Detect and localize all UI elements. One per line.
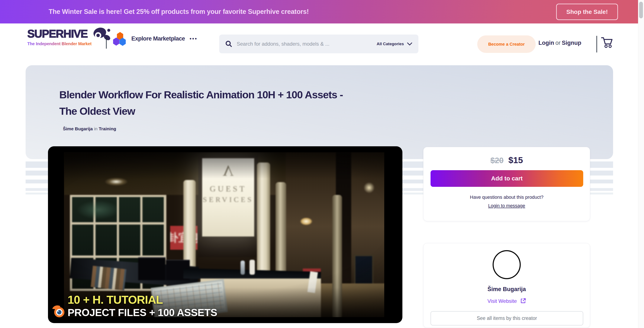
scrollbar-track[interactable] [638,0,644,328]
product-title: Blender Workflow For Realistic Animation… [59,86,432,120]
scrollbar-thumb[interactable] [639,2,643,18]
login-to-message-link[interactable]: Login to message [424,203,590,208]
cart-button[interactable] [600,36,614,50]
product-video-thumbnail[interactable]: 卦宜身 V GUEST SERVICES [48,146,402,323]
shop-the-sale-button[interactable]: Shop the Sale! [556,4,618,20]
become-a-creator-button[interactable]: Become a Creator [477,36,536,53]
marketplace-hexagons-icon [112,32,127,45]
purchase-card: $20 $15 Add to cart Have questions about… [423,147,590,221]
blender-logo-icon [52,304,66,318]
product-byline: Šime Bugarija in Training [63,126,116,131]
price-row: $20 $15 [424,155,590,165]
explore-marketplace-menu[interactable]: Explore Marketplace ••• [112,32,198,45]
logo-tagline: The Independent Blender Market [27,41,92,46]
lobby-render-scene: 卦宜身 V GUEST SERVICES [64,152,384,317]
cart-icon [600,36,614,48]
more-menu-dots[interactable]: ••• [190,36,198,42]
explore-marketplace-label: Explore Marketplace [131,36,185,42]
site-header: SUPERHIVE The Independent Blender Market… [0,24,644,65]
auth-links: LoginorSignup [538,40,581,46]
see-all-items-button[interactable]: See all items by this creator [430,311,583,326]
product-title-line1: Blender Workflow For Realistic Animation… [59,86,432,103]
creator-link[interactable]: Šime Bugarija [63,126,93,131]
caption-line1: 10 + H. TUTORIAL [68,294,217,306]
add-to-cart-button[interactable]: Add to cart [430,170,583,187]
login-link[interactable]: Login [538,40,554,46]
caption-line2: PROJECT FILES + 100 ASSETS [68,308,217,318]
superhive-product-page: The Winter Sale is here! Get 25% off pro… [0,0,644,328]
current-price: $15 [508,155,523,165]
category-link[interactable]: Training [99,126,116,131]
search-input[interactable] [237,41,376,47]
product-question-text: Have questions about this product? [424,194,590,200]
signup-link[interactable]: Signup [562,40,581,46]
promo-banner-message: The Winter Sale is here! Get 25% off pro… [48,8,309,16]
superhive-logo[interactable]: SUPERHIVE The Independent Blender Market [27,28,92,46]
old-price: $20 [490,156,504,165]
cart-divider [596,36,597,52]
logo-wordmark: SUPERHIVE [27,28,92,39]
external-link-icon [520,298,526,304]
creator-name: Šime Bugarija [424,286,590,292]
category-dropdown-value: All Categories [376,42,404,46]
auth-separator: or [554,40,562,46]
creator-avatar[interactable] [492,250,521,279]
promo-banner: The Winter Sale is here! Get 25% off pro… [0,0,644,24]
header-divider [106,37,106,48]
search-icon [225,40,232,48]
creator-card: Šime Bugarija Visit Website See all item… [423,243,590,328]
category-dropdown[interactable]: All Categories [376,42,412,46]
visit-website-link[interactable]: Visit Website [424,298,590,304]
byline-preposition: in [94,126,98,131]
product-title-line2: The Oldest View [59,103,432,120]
video-caption: 10 + H. TUTORIAL PROJECT FILES + 100 ASS… [68,294,217,318]
product-hero-section: Blender Workflow For Realistic Animation… [26,65,613,159]
bee-icon [92,26,112,44]
search-bar: All Categories [219,34,418,53]
chevron-down-icon [407,42,412,46]
